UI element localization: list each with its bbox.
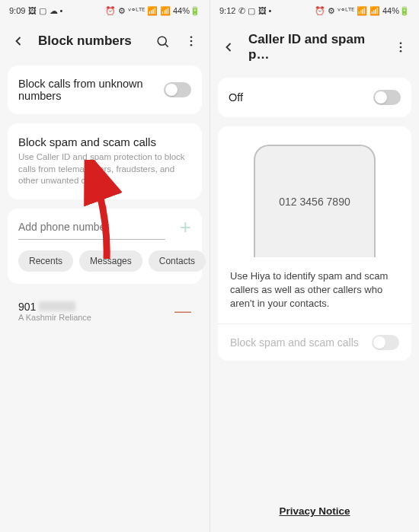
privacy-notice-link[interactable]: Privacy Notice	[210, 505, 419, 517]
svg-point-8	[400, 50, 402, 53]
block-spam-title: Block spam and scam calls	[18, 135, 191, 148]
status-bar: 9:09 🖼 ▢ ☁ • ⏰ ⚙ ᵛᵒᴸᵀᴱ 📶 📶 44%🔋	[0, 0, 210, 21]
info-card: 012 3456 7890 Use Hiya to identify spam …	[218, 126, 411, 361]
more-icon[interactable]	[182, 32, 200, 50]
status-time: 9:09	[9, 6, 25, 15]
svg-point-4	[190, 44, 193, 46]
chip-contacts[interactable]: Contacts	[149, 250, 206, 272]
status-icons-right: ⏰ ⚙ ᵛᵒᴸᵀᴱ 📶 📶 44%🔋	[105, 6, 200, 16]
page-title: Caller ID and spam p…	[248, 32, 381, 62]
blocked-number-row[interactable]: 901 A Kashmir Reliance —	[8, 293, 202, 330]
redacted-number	[39, 301, 75, 311]
status-icons-left: 🖼 ▢ ☁ •	[28, 6, 62, 16]
header: Caller ID and spam p…	[210, 21, 419, 73]
master-toggle[interactable]	[373, 90, 401, 105]
status-time: 9:12	[219, 6, 235, 15]
add-icon[interactable]: +	[180, 217, 191, 237]
svg-point-0	[158, 37, 166, 45]
page-title: Block numbers	[38, 33, 142, 49]
svg-point-7	[400, 46, 402, 49]
header: Block numbers	[0, 21, 210, 61]
block-unknown-label: Block calls from unknown numbers	[18, 78, 155, 102]
search-icon[interactable]	[153, 32, 171, 50]
block-unknown-card[interactable]: Block calls from unknown numbers	[8, 65, 202, 114]
svg-line-1	[165, 44, 168, 47]
master-toggle-label: Off	[229, 91, 364, 104]
add-number-card: + Recents Messages Contacts	[8, 209, 202, 284]
block-spam-toggle	[372, 335, 399, 350]
svg-point-6	[400, 42, 402, 44]
block-spam-sub: Use Caller ID and spam protection to blo…	[18, 151, 191, 187]
block-spam-card[interactable]: Block spam and scam calls Use Caller ID …	[8, 123, 202, 199]
block-spam-row: Block spam and scam calls	[218, 323, 411, 361]
blocked-number: 901	[18, 301, 174, 313]
more-icon[interactable]	[392, 38, 410, 56]
status-icons-left: ✆ ▢ 🖼 •	[238, 6, 271, 16]
sample-number: 012 3456 7890	[279, 196, 350, 208]
screen-block-numbers: 9:09 🖼 ▢ ☁ • ⏰ ⚙ ᵛᵒᴸᵀᴱ 📶 📶 44%🔋 Block nu…	[0, 0, 210, 532]
add-number-input[interactable]	[18, 215, 165, 240]
block-spam-label: Block spam and scam calls	[230, 336, 359, 349]
svg-point-2	[190, 36, 193, 38]
back-icon[interactable]	[219, 38, 238, 56]
status-icons-right: ⏰ ⚙ ᵛᵒᴸᵀᴱ 📶 📶 44%🔋	[315, 6, 410, 16]
chip-recents[interactable]: Recents	[18, 250, 73, 272]
status-bar: 9:12 ✆ ▢ 🖼 • ⏰ ⚙ ᵛᵒᴸᵀᴱ 📶 📶 44%🔋	[210, 0, 419, 21]
blocked-carrier: A Kashmir Reliance	[18, 313, 174, 322]
back-icon[interactable]	[9, 32, 27, 50]
chip-messages[interactable]: Messages	[79, 250, 142, 272]
info-text: Use Hiya to identify spam and scam calle…	[218, 257, 411, 323]
screen-caller-id: 9:12 ✆ ▢ 🖼 • ⏰ ⚙ ᵛᵒᴸᵀᴱ 📶 📶 44%🔋 Caller I…	[210, 0, 419, 532]
remove-icon[interactable]: —	[174, 301, 191, 321]
phone-illustration: 012 3456 7890	[254, 145, 376, 257]
svg-point-3	[190, 40, 193, 43]
master-toggle-card[interactable]: Off	[218, 78, 411, 117]
block-unknown-toggle[interactable]	[164, 82, 191, 97]
